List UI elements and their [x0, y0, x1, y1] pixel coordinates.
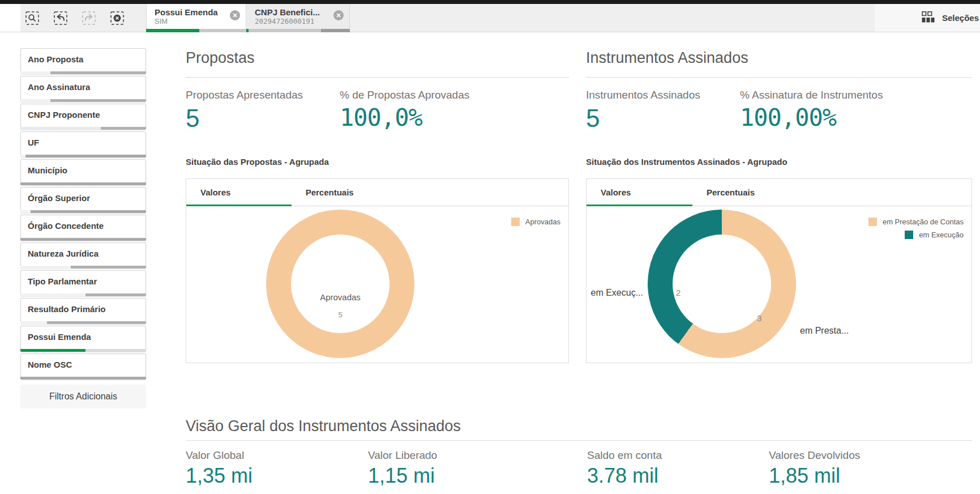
tab-percentuais[interactable]: Percentuais [692, 179, 798, 206]
section-divider [586, 77, 972, 78]
close-icon[interactable] [333, 10, 344, 20]
kpi-value: 3.78 mil [587, 465, 662, 487]
kpi-label: Instrumentos Assinados [586, 89, 700, 101]
selection-state-bar [20, 99, 146, 102]
filter-label: Resultado Primário [21, 299, 145, 314]
filter-orgao-concedente[interactable]: Órgão Concedente [20, 215, 146, 241]
kpi-saldo-em-conta: Saldo em conta 3.78 mil [587, 449, 662, 487]
filter-label: CNPJ Proponente [21, 104, 145, 120]
filter-cnpj-proponente[interactable]: CNPJ Proponente [20, 104, 146, 130]
donut-chart-instrumentos: em Prestação de Contas em Execução em Ex… [587, 206, 972, 363]
donut-ring[interactable]: 2 3 [648, 210, 796, 358]
legend-label: em Prestação de Contas [883, 218, 964, 226]
donut-center-label: Aprovadas [266, 292, 414, 302]
close-icon[interactable] [230, 10, 240, 20]
kpi-label: Saldo em conta [587, 449, 662, 462]
legend-swatch [868, 218, 877, 226]
selection-state-bar [20, 210, 146, 213]
situacao-instrumentos-chart[interactable]: Valores Percentuais em Prestação de Cont… [586, 178, 972, 363]
kpi-value: 1,85 mil [769, 465, 860, 487]
undo-selection-icon[interactable] [53, 11, 68, 25]
kpi-value: 100,0% [340, 105, 469, 130]
selection-tools [25, 4, 125, 32]
legend-item[interactable]: em Execução [868, 231, 964, 239]
selections-toolbar: Possui Emenda SIM CNPJ Benefici... 20294… [0, 4, 980, 32]
selection-state-bar [20, 182, 146, 185]
filter-possui-emenda[interactable]: Possui Emenda [20, 326, 146, 352]
kpi-label: Valor Liberado [368, 449, 437, 462]
clear-selections-icon[interactable] [110, 11, 125, 25]
selection-state-bar [20, 266, 146, 269]
legend-item[interactable]: em Prestação de Contas [868, 218, 964, 226]
filter-label: Tipo Parlamentar [21, 271, 145, 286]
kpi-label: Valores Devolvidos [769, 449, 860, 462]
selection-state-bar [20, 321, 146, 324]
selection-state-bar [20, 155, 146, 157]
filter-ano-proposta[interactable]: Ano Proposta [20, 48, 146, 74]
filter-natureza-juridica[interactable]: Natureza Jurídica [20, 242, 146, 269]
selection-state-bar [146, 29, 246, 32]
selections-grid-icon [922, 11, 935, 25]
kpi-valor-liberado: Valor Liberado 1,15 mi [368, 449, 437, 487]
redo-selection-icon[interactable] [82, 11, 96, 25]
chart-legend: Aprovadas [511, 218, 560, 231]
filter-municipio[interactable]: Município [20, 159, 146, 185]
filter-orgao-superior[interactable]: Órgão Superior [20, 187, 146, 213]
selection-state-bar [20, 349, 146, 352]
kpi-value: 5 [586, 105, 700, 131]
chart-title: Situação das Propostas - Agrupada [186, 157, 329, 167]
tab-percentuais[interactable]: Percentuais [292, 179, 397, 206]
selections-label: Seleções [942, 13, 979, 23]
section-title: Visão Geral dos Instrumentos Assinados [186, 418, 461, 435]
slice-value-em-execucao: 2 [676, 288, 681, 297]
filter-label: Nome OSC [21, 354, 145, 369]
legend-swatch [905, 231, 913, 239]
selection-tab-possui-emenda[interactable]: Possui Emenda SIM [146, 4, 246, 32]
chart-legend: em Prestação de Contas em Execução [868, 218, 964, 244]
filter-label: Ano Assinatura [21, 76, 145, 92]
chart-title: Situação dos Instrumentos Assinados - Ag… [586, 157, 788, 167]
kpi-valores-devolvidos: Valores Devolvidos 1,85 mil [769, 449, 860, 487]
selection-state-bar [246, 29, 350, 32]
section-title: Propostas [186, 49, 255, 67]
kpi-valor-global: Valor Global 1,35 mi [186, 449, 253, 487]
kpi-value: 1,35 mi [186, 465, 253, 487]
filter-label: UF [21, 132, 145, 147]
slice-label-em-prestacao: em Presta... [800, 326, 849, 336]
filter-nome-osc[interactable]: Nome OSC [20, 354, 146, 380]
selection-state-bar [20, 127, 146, 130]
slice-label-em-execucao: em Execuç... [587, 288, 643, 298]
kpi-value: 100,00% [740, 105, 883, 130]
legend-label: Aprovadas [525, 218, 560, 226]
legend-item[interactable]: Aprovadas [511, 218, 560, 226]
filter-resultado-primario[interactable]: Resultado Primário [20, 298, 146, 324]
kpi-pct-assinatura-instrumentos: % Assinatura de Instrumentos 100,00% [740, 89, 883, 130]
situacao-propostas-chart[interactable]: Valores Percentuais Aprovadas Aprovadas … [186, 178, 569, 363]
kpi-label: % Assinatura de Instrumentos [740, 89, 883, 101]
kpi-label: % de Propostas Aprovadas [340, 89, 469, 101]
kpi-value: 1,15 mi [368, 465, 437, 487]
filtros-adicionais-button[interactable]: Filtros Adicionais [20, 385, 146, 408]
filter-tipo-parlamentar[interactable]: Tipo Parlamentar [20, 270, 146, 296]
chart-tabs: Valores Percentuais [587, 179, 972, 206]
top-black-bar [0, 0, 980, 4]
kpi-propostas-apresentadas: Propostas Apresentadas 5 [186, 89, 303, 131]
tab-valores[interactable]: Valores [587, 179, 692, 206]
selections-tool-button[interactable]: Seleções [922, 4, 979, 32]
smart-search-icon[interactable] [25, 11, 40, 25]
selection-state-bar [20, 293, 146, 296]
section-divider [186, 77, 569, 78]
filter-label: Órgão Concedente [21, 215, 145, 231]
filter-uf[interactable]: UF [20, 131, 146, 157]
slice-value-em-prestacao: 3 [757, 313, 761, 323]
donut-ring[interactable]: Aprovadas 5 [266, 210, 414, 358]
tab-valores[interactable]: Valores [186, 179, 292, 206]
filter-ano-assinatura[interactable]: Ano Assinatura [20, 76, 146, 102]
donut-hole [673, 235, 771, 333]
legend-label: em Execução [919, 231, 964, 239]
kpi-instrumentos-assinados: Instrumentos Assinados 5 [586, 89, 700, 131]
donut-center-value: 5 [266, 310, 414, 319]
chart-tabs: Valores Percentuais [186, 179, 568, 206]
selection-tab-cnpj-beneficiario[interactable]: CNPJ Benefici... 20294726000191 [247, 4, 350, 32]
donut-chart-propostas: Aprovadas Aprovadas 5 [186, 206, 568, 363]
